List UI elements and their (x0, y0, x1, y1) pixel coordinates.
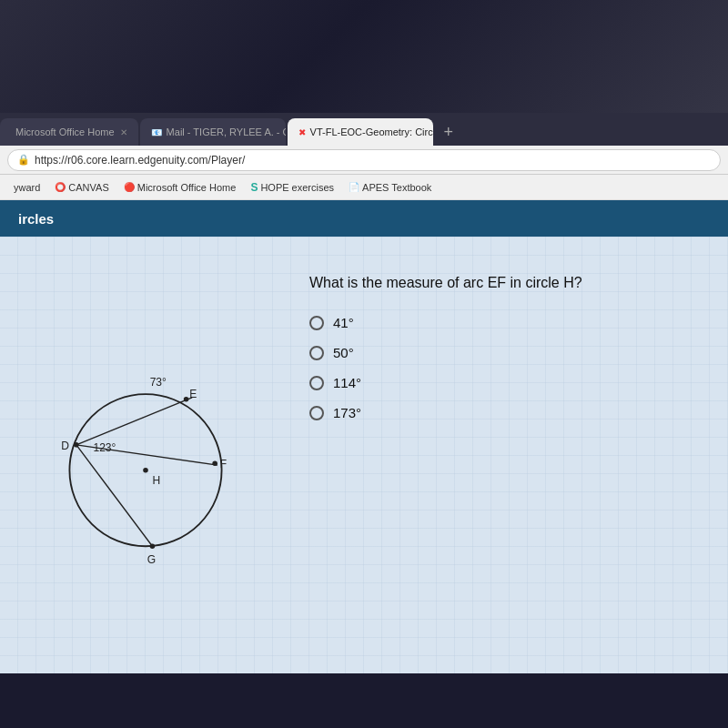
tab-mail[interactable]: 📧 Mail - TIGER, RYLEE A. - Outl ✕ (140, 118, 286, 146)
bookmark-icon-apes: 📄 (349, 182, 359, 192)
answer-label-1: 41° (333, 315, 354, 330)
radio-4[interactable] (309, 406, 324, 420)
address-bar[interactable]: 🔒 https://r06.core.learn.edgenuity.com/P… (7, 149, 721, 171)
photo-background: 120% Microsoft Office Home ✕ 📧 Mail - TI… (0, 0, 728, 200)
bookmark-icon-office: 🔴 (124, 182, 135, 192)
geometry-diagram: H D E F G 73° 123° (27, 337, 264, 573)
bookmark-canvas[interactable]: ⭕ CANVAS (51, 180, 112, 195)
answer-option-3[interactable]: 114° (309, 375, 710, 390)
svg-point-7 (212, 461, 217, 467)
answer-option-4[interactable]: 173° (309, 405, 710, 420)
radio-2[interactable] (309, 346, 324, 360)
tab-microsoft-office[interactable]: Microsoft Office Home ✕ (0, 118, 138, 146)
bookmark-apes[interactable]: 📄 APES Textbook (345, 180, 435, 195)
label-D: D (61, 440, 69, 452)
page-title: ircles (18, 211, 54, 227)
label-H: H (152, 474, 160, 487)
bookmark-office[interactable]: 🔴 Microsoft Office Home (120, 180, 240, 195)
tab-close-office[interactable]: ✕ (120, 127, 127, 137)
answer-label-2: 50° (333, 345, 354, 360)
page-title-bar: ircles (0, 200, 728, 237)
tab-icon-mail: 📧 (151, 127, 162, 137)
svg-line-4 (76, 445, 153, 546)
bookmark-icon-canvas: ⭕ (55, 182, 66, 192)
tab-icon-geometry: ✖ (298, 127, 306, 137)
angle-123: 123° (93, 441, 116, 454)
bookmark-hope[interactable]: S HOPE exercises (247, 179, 338, 196)
radio-1[interactable] (309, 316, 324, 330)
diagram-area: H D E F G 73° 123° (18, 264, 273, 646)
question-area: What is the measure of arc EF in circle … (309, 264, 710, 646)
bookmark-hayward[interactable]: yward (7, 180, 44, 195)
label-G: G (147, 553, 156, 566)
svg-point-8 (150, 544, 156, 550)
bookmark-icon-hope: S (250, 181, 258, 194)
tab-geometry[interactable]: ✖ VT-FL-EOC-Geometry: Circles ✕ (288, 118, 433, 146)
svg-point-5 (74, 442, 79, 448)
svg-line-2 (76, 398, 192, 445)
new-tab-button[interactable]: + (435, 118, 463, 146)
angle-73: 73° (150, 376, 167, 389)
browser-chrome: Microsoft Office Home ✕ 📧 Mail - TIGER, … (0, 113, 728, 200)
label-E: E (189, 388, 197, 400)
answer-option-1[interactable]: 41° (309, 315, 710, 330)
svg-point-6 (184, 397, 189, 402)
question-text: What is the measure of arc EF in circle … (309, 273, 710, 293)
radio-3[interactable] (309, 376, 324, 390)
answer-label-4: 173° (333, 405, 361, 420)
answer-option-2[interactable]: 50° (309, 345, 710, 360)
svg-point-1 (143, 468, 148, 473)
address-bar-row: 🔒 https://r06.core.learn.edgenuity.com/P… (0, 146, 728, 175)
tab-bar: Microsoft Office Home ✕ 📧 Mail - TIGER, … (0, 113, 728, 146)
label-F: F (220, 458, 227, 470)
lock-icon: 🔒 (17, 154, 30, 166)
answer-label-3: 114° (333, 375, 361, 390)
main-content: H D E F G 73° 123° (0, 237, 728, 673)
bookmarks-bar: yward ⭕ CANVAS 🔴 Microsoft Office Home S… (0, 175, 728, 200)
